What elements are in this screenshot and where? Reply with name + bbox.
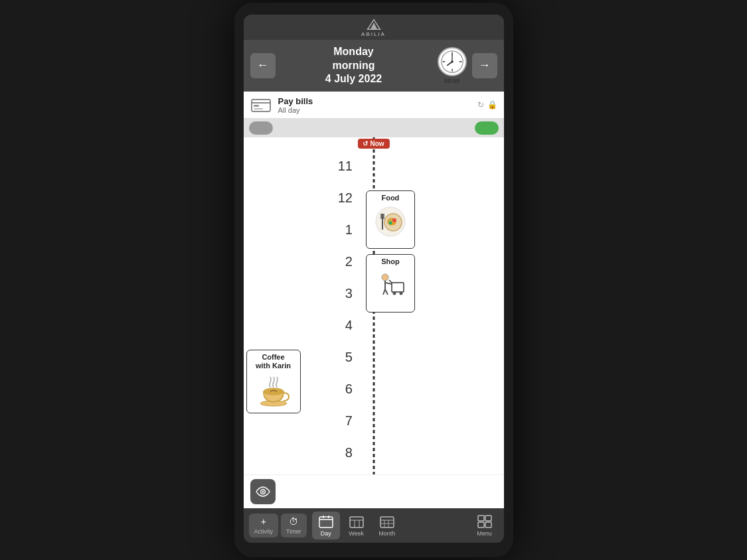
app-bar: ABILIA <box>244 15 504 40</box>
svg-point-29 <box>399 292 402 295</box>
coffee-event-image <box>256 373 291 411</box>
svg-rect-48 <box>485 516 491 521</box>
hour-label-12: 12 <box>244 188 361 206</box>
next-button[interactable]: → <box>472 53 497 78</box>
svg-point-28 <box>392 292 396 295</box>
activity-label: Activity <box>254 528 274 535</box>
svg-line-25 <box>385 289 388 295</box>
food-event-title: Food <box>381 194 399 202</box>
tab-month[interactable]: Month <box>373 512 401 539</box>
hour-label-1: 1 <box>244 220 361 238</box>
allday-text: Pay bills All day <box>278 96 471 114</box>
svg-point-19 <box>388 222 392 225</box>
allday-event-subtitle: All day <box>278 106 471 114</box>
svg-point-31 <box>264 388 284 395</box>
prev-button[interactable]: ← <box>250 53 276 78</box>
shop-event-title: Shop <box>381 257 400 266</box>
repeat-icon: ↻ <box>477 100 484 109</box>
add-activity-button[interactable]: + Activity <box>249 514 279 537</box>
allday-event-title: Pay bills <box>278 96 471 106</box>
right-toggle[interactable] <box>475 121 499 135</box>
pay-bills-icon <box>250 96 272 114</box>
logo-text: ABILIA <box>361 31 386 37</box>
add-timer-button[interactable]: ⏱ Timer <box>281 514 307 537</box>
bottom-nav: + Activity ⏱ Timer Da <box>244 508 504 543</box>
time-slot-11: 11 <box>244 156 504 188</box>
now-indicator: ↺ Now <box>357 139 389 149</box>
screen: ABILIA ← Monday morning 4 July 2022 <box>244 15 504 543</box>
menu-label: Menu <box>477 530 492 537</box>
coffee-event-title: Coffee with Karin <box>256 353 291 370</box>
day-icon <box>317 514 335 529</box>
tab-day[interactable]: Day <box>312 512 340 539</box>
calendar-body: ↺ Now 11 12 Foo <box>244 137 504 474</box>
hour-label-11: 11 <box>244 156 361 174</box>
tab-menu[interactable]: Menu <box>471 512 499 539</box>
clock-container: 08:00 <box>438 47 467 84</box>
time-slot-4: 4 <box>244 315 504 347</box>
shop-event[interactable]: Shop <box>366 254 415 313</box>
hour-label-4: 4 <box>244 315 361 333</box>
clock-time-label: 08:00 <box>444 78 459 84</box>
svg-rect-26 <box>392 283 404 292</box>
left-toggle[interactable] <box>249 121 273 135</box>
svg-point-7 <box>451 60 454 63</box>
hour-label-8: 8 <box>244 443 361 460</box>
svg-rect-49 <box>478 522 484 527</box>
fab-row <box>244 474 504 508</box>
clock-face <box>438 47 467 76</box>
now-badge: ↺ Now <box>357 139 389 149</box>
month-icon <box>378 514 396 529</box>
hour-label-3: 3 <box>244 283 361 301</box>
svg-rect-10 <box>254 105 259 107</box>
svg-point-18 <box>392 218 396 222</box>
header: ← Monday morning 4 July 2022 <box>244 40 504 92</box>
header-center: Monday morning 4 July 2022 <box>276 45 432 86</box>
allday-action-icons: ↻ 🔒 <box>477 100 497 109</box>
coffee-event[interactable]: Coffee with Karin <box>246 350 301 413</box>
plus-icon: + <box>261 516 266 527</box>
add-buttons-group: + Activity ⏱ Timer <box>249 514 307 537</box>
svg-rect-42 <box>380 517 394 527</box>
clock-mini-icon: ↺ <box>363 140 368 147</box>
week-icon <box>348 514 365 529</box>
hour-label-2: 2 <box>244 251 361 269</box>
time-slot-7: 7 <box>244 411 504 443</box>
svg-line-27 <box>389 280 392 283</box>
lock-icon: 🔒 <box>487 100 497 109</box>
svg-point-33 <box>262 491 264 493</box>
tab-week[interactable]: Week <box>343 512 371 539</box>
svg-point-20 <box>392 222 395 225</box>
allday-event[interactable]: Pay bills All day ↻ 🔒 <box>244 92 504 119</box>
abilia-logo: ABILIA <box>361 19 386 37</box>
hour-label-7: 7 <box>244 411 361 429</box>
svg-rect-38 <box>350 517 363 527</box>
menu-icon <box>476 514 493 529</box>
time-slot-12: 12 Food <box>244 188 504 220</box>
time-slot-8: 8 <box>244 443 504 474</box>
svg-rect-50 <box>485 522 491 527</box>
day-label: Day <box>321 530 331 537</box>
shop-event-image <box>373 268 408 305</box>
svg-point-21 <box>382 274 388 281</box>
svg-rect-11 <box>254 108 263 109</box>
header-title: Monday morning 4 July 2022 <box>325 45 382 86</box>
time-slot-5: 5 Coffee with Karin <box>244 347 504 379</box>
time-slot-2: 2 Shop <box>244 251 504 283</box>
timer-icon: ⏱ <box>289 516 298 527</box>
toggle-row <box>244 119 504 137</box>
svg-rect-47 <box>478 516 484 521</box>
svg-line-23 <box>385 283 392 284</box>
food-event[interactable]: Food <box>366 190 415 249</box>
device: ABILIA ← Monday morning 4 July 2022 <box>234 3 513 557</box>
month-label: Month <box>378 530 395 537</box>
food-event-image <box>373 204 408 242</box>
week-label: Week <box>349 530 364 537</box>
eye-fab-button[interactable] <box>250 479 276 504</box>
svg-rect-34 <box>319 517 333 527</box>
timer-label: Timer <box>286 528 301 535</box>
